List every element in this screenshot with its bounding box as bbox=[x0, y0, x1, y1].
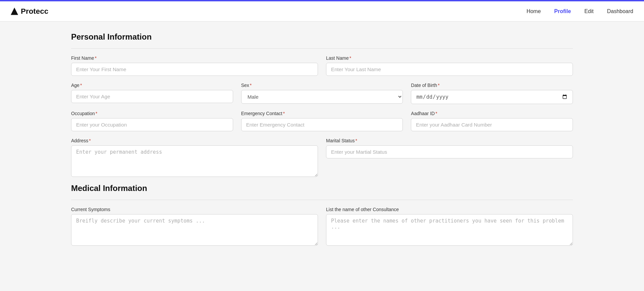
aadhaar-id-input[interactable] bbox=[411, 118, 573, 131]
label-address: Address* bbox=[71, 138, 318, 143]
group-sex: Sex* Male Female Other bbox=[241, 83, 403, 104]
label-age: Age* bbox=[71, 83, 233, 88]
group-occupation: Occupation* bbox=[71, 111, 233, 131]
nav-home[interactable]: Home bbox=[527, 8, 541, 14]
group-first-name: First Name* bbox=[71, 55, 318, 76]
group-current-symptoms: Current Symptoms bbox=[71, 207, 318, 246]
row-age-sex-dob: Age* Sex* Male Female Other Date of Birt… bbox=[71, 83, 573, 104]
label-dob: Date of Birth* bbox=[411, 83, 573, 88]
age-input[interactable] bbox=[71, 90, 233, 103]
label-sex: Sex* bbox=[241, 83, 403, 88]
address-textarea[interactable] bbox=[71, 145, 318, 177]
group-emergency-contact: Emergency Contact* bbox=[241, 111, 403, 131]
label-aadhaar-id: Aadhaar ID* bbox=[411, 111, 573, 116]
navbar-links: Home Profile Edit Dashboard bbox=[527, 8, 633, 14]
emergency-contact-input[interactable] bbox=[241, 118, 403, 131]
label-emergency-contact: Emergency Contact* bbox=[241, 111, 403, 116]
medical-info-divider bbox=[71, 200, 573, 200]
row-occupation-emergency-aadhaar: Occupation* Emergency Contact* Aadhaar I… bbox=[71, 111, 573, 131]
main-content: Personal Information First Name* Last Na… bbox=[60, 21, 584, 263]
label-first-name: First Name* bbox=[71, 55, 318, 61]
occupation-input[interactable] bbox=[71, 118, 233, 131]
current-symptoms-textarea[interactable] bbox=[71, 214, 318, 246]
label-other-consultance: List the name of other Consultance bbox=[326, 207, 573, 212]
personal-info-title: Personal Information bbox=[71, 32, 573, 42]
nav-edit[interactable]: Edit bbox=[584, 8, 594, 14]
group-aadhaar-id: Aadhaar ID* bbox=[411, 111, 573, 131]
row-address-marital: Address* Marital Status* bbox=[71, 138, 573, 177]
sex-select[interactable]: Male Female Other bbox=[241, 90, 403, 104]
other-consultance-textarea[interactable] bbox=[326, 214, 573, 246]
row-medical-fields: Current Symptoms List the name of other … bbox=[71, 207, 573, 246]
group-age: Age* bbox=[71, 83, 233, 104]
brand-logo[interactable]: Protecc bbox=[11, 7, 48, 16]
navbar: Protecc Home Profile Edit Dashboard bbox=[0, 1, 644, 21]
dob-input[interactable] bbox=[411, 90, 573, 104]
group-last-name: Last Name* bbox=[326, 55, 573, 76]
row-name: First Name* Last Name* bbox=[71, 55, 573, 76]
nav-profile[interactable]: Profile bbox=[554, 8, 571, 14]
last-name-input[interactable] bbox=[326, 63, 573, 76]
first-name-input[interactable] bbox=[71, 63, 318, 76]
nav-dashboard[interactable]: Dashboard bbox=[607, 8, 633, 14]
label-occupation: Occupation* bbox=[71, 111, 233, 116]
brand-icon bbox=[11, 8, 18, 15]
personal-info-divider bbox=[71, 48, 573, 49]
group-other-consultance: List the name of other Consultance bbox=[326, 207, 573, 246]
group-marital-status: Marital Status* bbox=[326, 138, 573, 177]
group-dob: Date of Birth* bbox=[411, 83, 573, 104]
group-address: Address* bbox=[71, 138, 318, 177]
marital-status-input[interactable] bbox=[326, 145, 573, 158]
label-current-symptoms: Current Symptoms bbox=[71, 207, 318, 212]
label-last-name: Last Name* bbox=[326, 55, 573, 61]
medical-info-title: Medical Information bbox=[71, 184, 573, 193]
brand-name: Protecc bbox=[21, 7, 48, 16]
label-marital-status: Marital Status* bbox=[326, 138, 573, 143]
